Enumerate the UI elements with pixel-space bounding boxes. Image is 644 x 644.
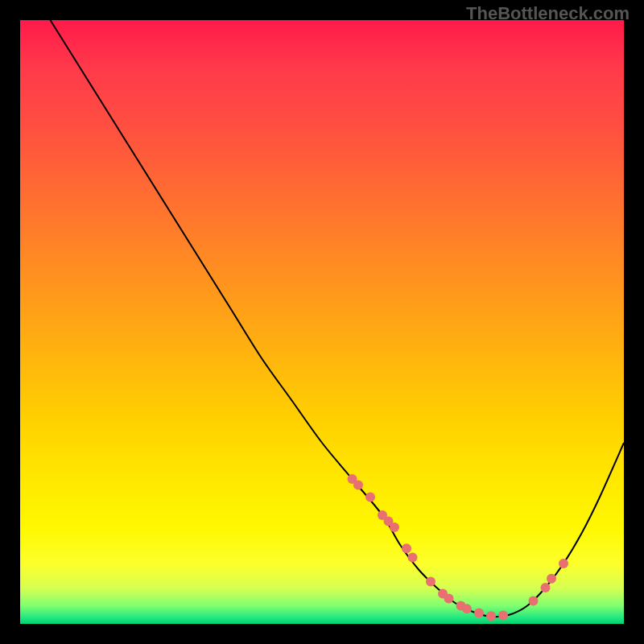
- scatter-dot: [529, 597, 539, 606]
- scatter-dot: [474, 609, 484, 618]
- scatter-dot: [402, 543, 411, 553]
- chart-svg: [20, 20, 624, 624]
- scatter-dot: [408, 553, 418, 563]
- scatter-dot: [547, 574, 556, 584]
- scatter-dots-group: [348, 474, 569, 621]
- scatter-dot: [390, 522, 399, 532]
- scatter-dot: [426, 577, 436, 587]
- scatter-dot: [498, 611, 508, 621]
- scatter-dot: [486, 611, 496, 621]
- plot-area: [20, 20, 624, 624]
- scatter-dot: [365, 493, 375, 502]
- watermark-text: TheBottleneck.com: [466, 3, 630, 24]
- scatter-dot: [541, 583, 551, 592]
- scatter-dot: [559, 559, 568, 568]
- scatter-dot: [462, 604, 472, 613]
- bottleneck-curve-path: [51, 20, 625, 617]
- scatter-dot: [444, 594, 454, 604]
- scatter-dot: [353, 481, 363, 490]
